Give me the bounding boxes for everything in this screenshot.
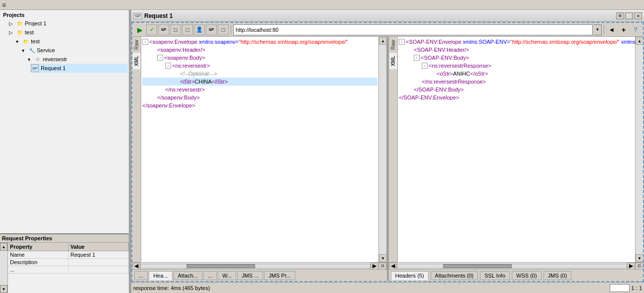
req-tab-jms-pr[interactable]: JMS Pr... (264, 271, 295, 280)
expand-btn-resp-4[interactable]: - (422, 63, 428, 69)
req-tab-dots2[interactable]: ... (203, 271, 217, 280)
page-input[interactable] (610, 284, 630, 292)
req-tab-attachments[interactable]: Attach... (174, 271, 202, 280)
restore-btn[interactable]: ⧉ (616, 12, 624, 19)
xml-req-line-8: </soapenv:Body> (142, 94, 377, 101)
expand-icon4: ▾ (19, 46, 27, 54)
tree-item-test1[interactable]: ▷ 📁 test (7, 28, 128, 37)
tree-item-request1[interactable]: SP Request 1 (31, 64, 128, 73)
xml-req-line-1: - <soapenv:Envelope xmlns:soapenv="http:… (142, 38, 377, 46)
request-vscroll-down[interactable]: ▼ (379, 254, 386, 262)
xml-req-line-6: <iStr>CHINA</iStr> (142, 78, 377, 86)
wss-button[interactable]: □ (182, 24, 193, 35)
expand-btn-resp-3[interactable]: - (414, 55, 420, 61)
url-input[interactable] (233, 24, 593, 35)
resp-tab-attachments[interactable]: Attachments (0) (431, 271, 478, 280)
tab-soap-icon: SP (133, 13, 142, 19)
tree-item-project1[interactable]: ▷ 📁 Project 1 (7, 19, 128, 28)
response-vscroll-down[interactable]: ▼ (636, 254, 643, 262)
extra-button1[interactable]: SP (206, 24, 217, 35)
request-xml-content[interactable]: - <soapenv:Envelope xmlns:soapenv="http:… (141, 37, 378, 262)
help-btn[interactable]: ? (630, 24, 641, 35)
request-vscroll-track[interactable] (379, 45, 386, 254)
expand-btn-4[interactable]: - (165, 63, 171, 69)
settings-button[interactable]: □ (170, 24, 181, 35)
scroll-up-btn[interactable]: ▲ (0, 243, 7, 251)
xml-resp-line-3: - <SOAP-ENV:Body> (399, 54, 634, 62)
run-button[interactable]: ▶ (134, 24, 145, 35)
validate-button[interactable]: ✓ (146, 24, 157, 35)
resp-tab-wss[interactable]: WSS (0) (512, 271, 542, 280)
response-xml-panel: Raw XML - <SOAP-ENV:Envelope xmlns:SOAP-… (389, 37, 643, 269)
prop-cell-name-label: Name (8, 251, 69, 258)
xml-req-line-4: - <ns:reversestr> (142, 62, 377, 70)
expand-btn-1[interactable]: - (142, 39, 148, 45)
xml-resp-line-4: - <ns:reversestrResponse> (399, 62, 634, 70)
tree-item-reversestr[interactable]: ▾ ⊙ reversestr (25, 55, 128, 64)
status-text: response time: 4ms (465 bytes) (133, 285, 610, 291)
prop-cell-desc-value[interactable] (69, 259, 129, 266)
request-hscroll-left[interactable]: ◀ (132, 263, 140, 270)
req-tab-headers[interactable]: Hea... (149, 271, 172, 280)
maximize-btn[interactable]: ⬜ (625, 12, 633, 19)
xml-resp-line-1: - <SOAP-ENV:Envelope xmlns:SOAP-ENV="htt… (399, 38, 634, 46)
expand-btn-resp-1[interactable]: - (399, 39, 405, 45)
page-info: 1 : 1 (632, 285, 642, 291)
soap-button[interactable]: SP (158, 24, 169, 35)
add-btn[interactable]: + (618, 24, 629, 35)
request-raw-tab[interactable]: Raw (133, 37, 140, 53)
response-xml-hscroll-area: ◀ ▶ ⊡ (389, 262, 643, 269)
nav-back-btn[interactable]: ◀ (606, 24, 617, 35)
response-hscroll-thumb[interactable] (443, 264, 512, 268)
response-xml-tab[interactable]: XML (389, 53, 397, 69)
resp-tab-ssl[interactable]: SSL Info (480, 271, 510, 280)
tree-label-reversestr: reversestr (43, 56, 67, 62)
close-btn[interactable]: ✕ (634, 12, 642, 19)
resp-tab-jms[interactable]: JMS (0) (544, 271, 572, 280)
req-tab-dots[interactable]: ... (134, 271, 148, 280)
tree-item-service[interactable]: ▾ 🔧 Service (19, 46, 128, 55)
prop-cell-extra-label: ... (8, 266, 69, 273)
xml-req-line-7: </ns:reversestr> (142, 86, 377, 94)
folder-icon: 📁 (16, 19, 24, 27)
tree-item-test2[interactable]: ▾ 📁 test (13, 37, 128, 46)
request-hscroll-thumb[interactable] (186, 264, 255, 268)
request-scroll-corner[interactable]: ⊡ (378, 263, 386, 270)
extra-button2[interactable]: □ (218, 24, 229, 35)
prop-row-extra: ... (8, 266, 129, 274)
req-tab-ws[interactable]: W... (218, 271, 236, 280)
request-xml-hscroll-area: ◀ ▶ ⊡ (132, 262, 386, 269)
response-scroll-corner[interactable]: ⊡ (635, 263, 643, 270)
request-xml-tab[interactable]: XML (133, 53, 140, 69)
url-dropdown-btn[interactable]: ▼ (594, 24, 602, 35)
expand-icon5: ▾ (25, 55, 33, 63)
expand-icon: ▷ (7, 19, 15, 27)
menu-icon[interactable]: ≡ (2, 1, 6, 9)
request-hscroll-track[interactable] (140, 264, 370, 269)
request-vscroll-up[interactable]: ▲ (379, 37, 386, 45)
req-tab-jms[interactable]: JMS ... (237, 271, 263, 280)
top-toolbar: ≡ (0, 0, 644, 10)
prop-cell-name-value[interactable]: Request 1 (69, 251, 129, 258)
main-layout: Projects ▷ 📁 Project 1 ▷ 📁 test ▾ 📁 test… (0, 10, 644, 293)
status-bar: response time: 4ms (465 bytes) 1 : 1 (131, 282, 644, 293)
response-vscroll-up[interactable]: ▲ (636, 37, 643, 45)
project-tree: Projects ▷ 📁 Project 1 ▷ 📁 test ▾ 📁 test… (0, 10, 129, 233)
response-raw-tab[interactable]: Raw (389, 37, 397, 53)
prop-cell-extra-value[interactable] (69, 266, 129, 273)
soap-icon: SP (31, 64, 39, 72)
auth-button[interactable]: 👤 (194, 24, 205, 35)
response-hscroll-right[interactable]: ▶ (627, 263, 635, 270)
folder-icon3: 📁 (22, 37, 30, 45)
response-hscroll-track[interactable] (397, 264, 627, 269)
response-vscroll-track[interactable] (636, 45, 643, 254)
response-hscroll-left[interactable]: ◀ (389, 263, 397, 270)
response-xml-content[interactable]: - <SOAP-ENV:Envelope xmlns:SOAP-ENV="htt… (398, 37, 635, 262)
resp-tab-headers[interactable]: Headers (5) (391, 271, 429, 280)
xml-req-line-5: <!--Optional:--> (142, 70, 377, 78)
properties-scroll-buttons: ▲ ▼ (0, 243, 8, 293)
request-hscroll-right[interactable]: ▶ (370, 263, 378, 270)
expand-btn-3[interactable]: - (157, 55, 163, 61)
tab-title-area: SP Request 1 (133, 12, 616, 19)
scroll-down-btn[interactable]: ▼ (0, 285, 7, 293)
